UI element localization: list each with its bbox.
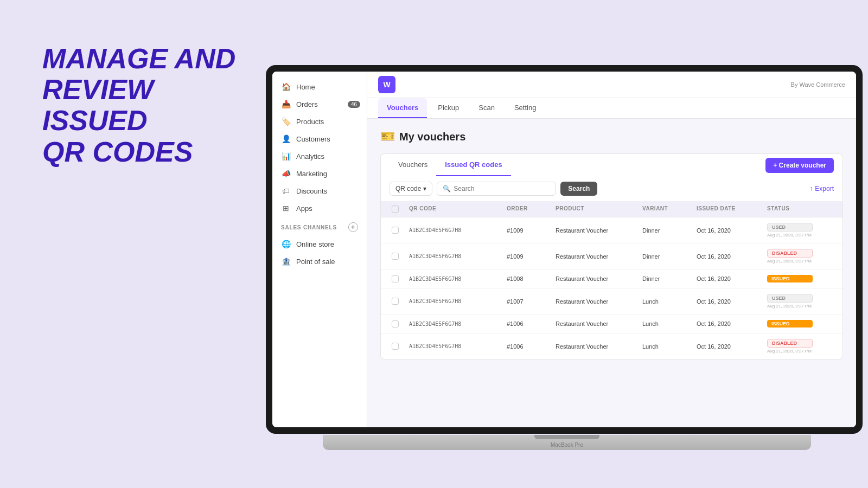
cell-variant: Dinner — [638, 270, 692, 287]
cell-status: ISSUED — [763, 314, 817, 333]
status-badge: USED — [767, 294, 813, 303]
orders-badge: 46 — [348, 101, 360, 108]
col-header-qr-code: QR CODE — [405, 201, 502, 217]
analytics-icon: 📊 — [281, 151, 291, 161]
search-left: QR code ▾ 🔍 Search — [390, 182, 597, 196]
content-area: 🎫 My vouchers Vouchers Issued QR codes +… — [367, 119, 856, 427]
cell-variant: Lunch — [638, 293, 692, 310]
apps-icon: ⊞ — [281, 203, 291, 213]
search-button[interactable]: Search — [560, 182, 597, 196]
row-checkbox-cell — [385, 247, 405, 265]
row-checkbox-2[interactable] — [392, 275, 399, 282]
tab-setting[interactable]: Setting — [506, 98, 545, 118]
sidebar-item-orders[interactable]: 📥 Orders 46 — [272, 95, 367, 113]
cell-product: Restaurant Voucher — [551, 270, 638, 287]
export-button[interactable]: ↑ Export — [809, 185, 834, 192]
select-all-checkbox[interactable] — [392, 206, 399, 213]
products-icon: 🏷️ — [281, 117, 291, 126]
tab-bar: Vouchers Pickup Scan Setting — [367, 98, 856, 119]
cell-qr-code: A1B2C3D4E5F6G7H8 — [405, 338, 502, 355]
sidebar-item-analytics[interactable]: 📊 Analytics — [272, 147, 367, 165]
table-row: A1B2C3D4E5F6G7H8 #1009 Restaurant Vouche… — [381, 243, 843, 269]
row-checkbox-cell — [385, 270, 405, 288]
table-row: A1B2C3D4E5F6G7H8 #1007 Restaurant Vouche… — [381, 288, 843, 314]
row-checkbox-3[interactable] — [392, 298, 399, 305]
cell-qr-code: A1B2C3D4E5F6G7H8 — [405, 271, 502, 287]
cell-qr-code: A1B2C3D4E5F6G7H8 — [405, 316, 502, 332]
sidebar-label-marketing: Marketing — [296, 170, 327, 178]
row-checkbox-1[interactable] — [392, 253, 399, 260]
app-window: 🏠 Home 📥 Orders 46 🏷️ Products 👤 Custome… — [272, 72, 856, 427]
status-badge: USED — [767, 223, 813, 232]
online-store-icon: 🌐 — [281, 239, 291, 249]
cell-issued-date: Oct 16, 2020 — [692, 248, 763, 265]
sidebar-item-customers[interactable]: 👤 Customers — [272, 130, 367, 147]
cell-issued-date: Oct 16, 2020 — [692, 315, 763, 332]
status-badge: ISSUED — [767, 320, 813, 328]
table-row: A1B2C3D4E5F6G7H8 #1008 Restaurant Vouche… — [381, 269, 843, 288]
status-cell: ISSUED — [767, 320, 813, 328]
col-header-product: PRODUCT — [551, 201, 638, 217]
tab-vouchers[interactable]: Vouchers — [378, 98, 427, 118]
sidebar-label-products: Products — [296, 118, 324, 126]
row-checkbox-0[interactable] — [392, 227, 399, 234]
sidebar-item-products[interactable]: 🏷️ Products — [272, 113, 367, 130]
sidebar-item-marketing[interactable]: 📣 Marketing — [272, 165, 367, 182]
pos-icon: 🏦 — [281, 256, 291, 266]
app-logo: W — [378, 76, 395, 93]
qr-code-dropdown[interactable]: QR code ▾ — [390, 182, 432, 196]
create-voucher-button[interactable]: + Create voucher — [765, 158, 834, 173]
status-date: Aug 21, 2020, 3:27 PM — [767, 304, 813, 309]
status-cell: USED Aug 21, 2020, 3:27 PM — [767, 294, 813, 309]
sales-channels-header: SALES CHANNELS + — [272, 217, 367, 235]
sidebar-label-apps: Apps — [296, 204, 312, 213]
sidebar-label-discounts: Discounts — [296, 187, 327, 195]
cell-product: Restaurant Voucher — [551, 222, 638, 239]
tab-scan[interactable]: Scan — [470, 98, 503, 118]
col-header-variant: VARIANT — [638, 201, 692, 217]
app-brand: By Wave Commerce — [791, 81, 845, 88]
sidebar-label-orders: Orders — [296, 100, 318, 108]
cell-status: USED Aug 21, 2020, 3:27 PM — [763, 288, 817, 314]
status-cell: DISABLED Aug 21, 2020, 3:27 PM — [767, 339, 813, 354]
sidebar-item-apps[interactable]: ⊞ Apps — [272, 200, 367, 217]
customers-icon: 👤 — [281, 134, 291, 144]
sidebar-item-online-store[interactable]: 🌐 Online store — [272, 235, 367, 253]
table-header: QR CODE ORDER PRODUCT VARIANT ISSUED DAT… — [381, 201, 843, 217]
tab-pickup[interactable]: Pickup — [429, 98, 468, 118]
row-checkbox-cell — [385, 221, 405, 239]
row-checkbox-cell — [385, 292, 405, 310]
status-badge: DISABLED — [767, 339, 813, 348]
row-checkbox-cell — [385, 315, 405, 333]
inner-tab-vouchers[interactable]: Vouchers — [390, 154, 436, 176]
export-icon: ↑ — [809, 185, 813, 192]
sidebar-item-discounts[interactable]: 🏷 Discounts — [272, 182, 367, 200]
table-row: A1B2C3D4E5F6G7H8 #1009 Restaurant Vouche… — [381, 217, 843, 243]
status-badge: DISABLED — [767, 249, 813, 258]
cell-order: #1006 — [502, 315, 551, 332]
cell-qr-code: A1B2C3D4E5F6G7H8 — [405, 248, 502, 265]
col-header-order: ORDER — [502, 201, 551, 217]
inner-tab-issued-qr[interactable]: Issued QR codes — [436, 154, 510, 176]
search-input[interactable] — [454, 185, 550, 192]
home-icon: 🏠 — [281, 82, 291, 92]
sidebar-item-point-of-sale[interactable]: 🏦 Point of sale — [272, 253, 367, 270]
sidebar: 🏠 Home 📥 Orders 46 🏷️ Products 👤 Custome… — [272, 72, 367, 427]
cell-product: Restaurant Voucher — [551, 315, 638, 332]
sidebar-item-home[interactable]: 🏠 Home — [272, 78, 367, 95]
data-table: QR CODE ORDER PRODUCT VARIANT ISSUED DAT… — [380, 201, 843, 359]
cell-status: DISABLED Aug 21, 2020, 3:27 PM — [763, 243, 817, 269]
cell-variant: Lunch — [638, 315, 692, 332]
app-header: W By Wave Commerce — [367, 72, 856, 98]
header-checkbox — [385, 201, 405, 217]
cell-order: #1009 — [502, 248, 551, 265]
inner-tabs: Vouchers Issued QR codes — [390, 154, 511, 176]
cell-issued-date: Oct 16, 2020 — [692, 270, 763, 287]
marketing-icon: 📣 — [281, 169, 291, 178]
add-sales-channel-button[interactable]: + — [348, 222, 358, 232]
row-checkbox-4[interactable] — [392, 320, 399, 328]
cell-issued-date: Oct 16, 2020 — [692, 293, 763, 310]
dropdown-arrow-icon: ▾ — [423, 185, 426, 192]
cell-product: Restaurant Voucher — [551, 248, 638, 265]
row-checkbox-5[interactable] — [392, 343, 399, 350]
